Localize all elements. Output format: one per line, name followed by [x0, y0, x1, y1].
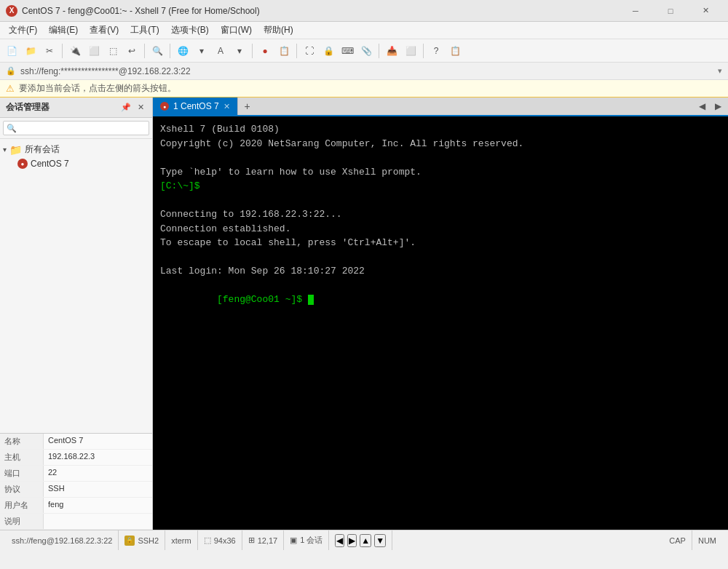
- notification-text: 要添加当前会话，点击左侧的箭头按钮。: [19, 82, 176, 95]
- tb-new-session[interactable]: 📄: [3, 42, 20, 60]
- status-address: ssh://feng@192.168.22.3:22: [6, 530, 119, 550]
- menu-bar: 文件(F) 编辑(E) 查看(V) 工具(T) 选项卡(B) 窗口(W) 帮助(…: [0, 22, 728, 39]
- term-line-6: Connecting to 192.168.22.3:22...: [160, 207, 721, 222]
- sidebar-search-container: [0, 118, 152, 139]
- sidebar-controls: 📌 ✕: [120, 102, 146, 114]
- tb-help[interactable]: ?: [427, 42, 445, 60]
- status-arrow-left[interactable]: ◀: [335, 534, 344, 547]
- address-text: ssh://feng:*****************@192.168.22.…: [20, 66, 713, 76]
- menu-file[interactable]: 文件(F): [3, 23, 43, 38]
- toolbar-sep-2: [144, 44, 145, 58]
- tb-font[interactable]: A: [212, 42, 229, 60]
- tb-btn2[interactable]: ✂: [41, 42, 58, 60]
- term-line-10: Last login: Mon Sep 26 18:10:27 2022: [160, 264, 721, 279]
- status-arrow-up[interactable]: ▲: [360, 534, 371, 547]
- info-value-username: feng: [44, 498, 152, 513]
- tb-btn4[interactable]: ⬚: [104, 42, 122, 60]
- status-size: ⬚ 94x36: [198, 530, 242, 550]
- tb-fullscreen[interactable]: ⛶: [301, 42, 318, 60]
- sidebar-search-input[interactable]: [3, 121, 149, 135]
- address-dropdown[interactable]: ▾: [718, 66, 722, 76]
- term-line-8: To escape to local shell, press 'Ctrl+Al…: [160, 236, 721, 250]
- tab-add-button[interactable]: +: [238, 98, 257, 115]
- tb-btn8[interactable]: 📋: [275, 42, 293, 60]
- tb-search[interactable]: 🔍: [149, 42, 166, 60]
- tb-open-folder[interactable]: 📁: [22, 42, 39, 60]
- menu-tools[interactable]: 工具(T): [124, 23, 165, 38]
- info-label-desc: 说明: [0, 514, 44, 529]
- tab-bar: ● 1 CentOS 7 ✕ + ◀ ▶: [153, 98, 728, 116]
- tb-lock[interactable]: 🔒: [320, 42, 337, 60]
- sidebar-header: 会话管理器 📌 ✕: [0, 98, 152, 118]
- tb-btn6[interactable]: ▾: [193, 42, 210, 60]
- tb-btn10[interactable]: 📥: [383, 42, 400, 60]
- term-line-9: [160, 250, 721, 265]
- menu-window[interactable]: 窗口(W): [215, 23, 258, 38]
- tb-connect[interactable]: 🔌: [66, 42, 84, 60]
- term-line-7: Connection established.: [160, 222, 721, 236]
- info-label-name: 名称: [0, 434, 44, 449]
- status-num: NUM: [692, 530, 722, 550]
- tb-btn7[interactable]: ▾: [231, 42, 248, 60]
- info-row-username: 用户名 feng: [0, 498, 152, 514]
- info-label-port: 端口: [0, 466, 44, 481]
- window-title: CentOS 7 - feng@Coo01:~ - Xshell 7 (Free…: [22, 6, 619, 16]
- tab-nav-next[interactable]: ▶: [711, 99, 725, 114]
- tb-btn3[interactable]: ⬜: [85, 42, 103, 60]
- info-row-desc: 说明: [0, 514, 152, 530]
- status-num-label: NUM: [698, 536, 716, 545]
- info-value-protocol: SSH: [44, 482, 152, 497]
- term-line-2: [160, 151, 721, 165]
- tb-keyboard[interactable]: ⌨: [339, 42, 356, 60]
- tb-btn12[interactable]: 📋: [446, 42, 464, 60]
- menu-help[interactable]: 帮助(H): [258, 23, 299, 38]
- lock-icon: 🔒: [6, 66, 16, 76]
- status-pos-label: 12,17: [258, 536, 278, 545]
- info-label-protocol: 协议: [0, 482, 44, 497]
- status-size-label: 94x36: [214, 536, 236, 545]
- tb-btn9[interactable]: 📎: [357, 42, 375, 60]
- status-cap: CAP: [663, 530, 692, 550]
- status-ssh2-label: SSH2: [138, 536, 159, 545]
- sidebar-pin-button[interactable]: 📌: [120, 102, 132, 114]
- tree-item-centos7[interactable]: ● CentOS 7: [3, 157, 149, 170]
- minimize-button[interactable]: ─: [619, 0, 652, 22]
- address-bar: 🔒 ssh://feng:*****************@192.168.2…: [0, 63, 728, 80]
- menu-tabs[interactable]: 选项卡(B): [165, 23, 215, 38]
- status-sessions: ▣ 1 会话: [284, 530, 329, 550]
- term-line-0: Xshell 7 (Build 0108): [160, 122, 721, 137]
- terminal[interactable]: Xshell 7 (Build 0108) Copyright (c) 2020…: [153, 116, 728, 530]
- app-icon: X: [6, 5, 17, 17]
- status-arrow-right[interactable]: ▶: [347, 534, 357, 547]
- toolbar-sep-4: [252, 44, 253, 58]
- close-button[interactable]: ✕: [689, 0, 722, 22]
- menu-edit[interactable]: 编辑(E): [43, 23, 84, 38]
- tab-nav-prev[interactable]: ◀: [695, 99, 709, 114]
- status-arrow-down[interactable]: ▼: [374, 534, 386, 547]
- tab-label-centos7: 1 CentOS 7: [173, 101, 219, 111]
- sidebar-close-button[interactable]: ✕: [135, 102, 146, 114]
- status-size-icon: ⬚: [204, 536, 211, 545]
- folder-icon: 📁: [9, 144, 22, 156]
- status-bar: ssh://feng@192.168.22.3:22 🔒 SSH2 xterm …: [0, 530, 728, 550]
- menu-view[interactable]: 查看(V): [84, 23, 124, 38]
- tab-centos7[interactable]: ● 1 CentOS 7 ✕: [153, 98, 238, 115]
- status-xterm-label: xterm: [171, 536, 191, 545]
- tb-globe[interactable]: 🌐: [174, 42, 191, 60]
- terminal-cursor: [308, 295, 314, 305]
- tree-root-all-sessions[interactable]: ▾ 📁 所有会话: [3, 142, 149, 157]
- sidebar-title: 会话管理器: [6, 101, 50, 114]
- tb-btn5[interactable]: ↩: [123, 42, 141, 60]
- warning-icon: ⚠: [6, 83, 15, 94]
- main-layout: 会话管理器 📌 ✕ ▾ 📁 所有会话 ● CentOS 7 名称 CentOS: [0, 98, 728, 530]
- terminal-container[interactable]: Xshell 7 (Build 0108) Copyright (c) 2020…: [153, 116, 728, 530]
- maximize-button[interactable]: □: [654, 0, 687, 22]
- session-label-centos7: CentOS 7: [31, 159, 69, 169]
- tb-red-dot[interactable]: ●: [256, 42, 274, 60]
- tb-btn11[interactable]: ⬜: [402, 42, 419, 60]
- session-info-panel: 名称 CentOS 7 主机 192.168.22.3 端口 22 协议 SSH…: [0, 433, 152, 530]
- tree-root-label: 所有会话: [25, 143, 60, 156]
- tab-close-centos7[interactable]: ✕: [223, 102, 230, 111]
- info-value-desc: [44, 514, 152, 529]
- session-icon-centos7: ●: [17, 159, 28, 169]
